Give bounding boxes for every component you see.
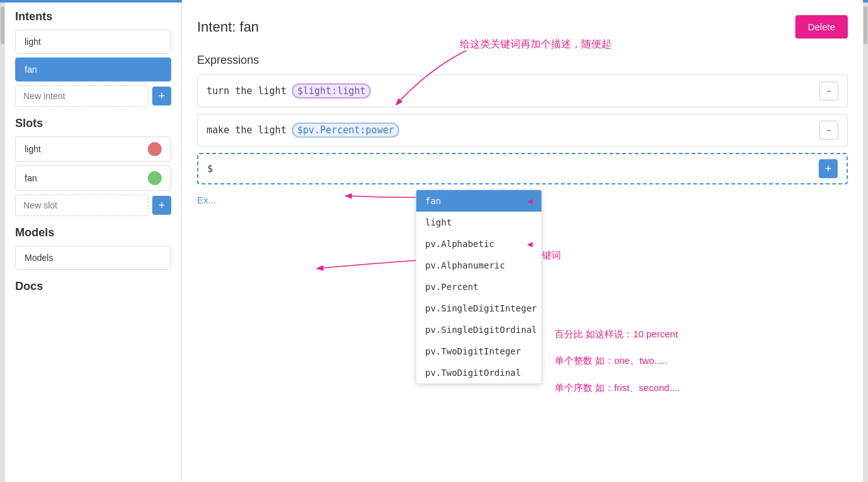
annotation-pv-single-int: 单个整数 如：one、two..... [555, 355, 667, 367]
intents-title: Intents [15, 10, 171, 23]
new-expression-input[interactable] [213, 163, 819, 174]
right-scrollbar-thumb [864, 6, 867, 44]
dropdown-pv-alphanumeric-label: pv.Alphanumeric [425, 260, 505, 270]
expression-1-text: turn the light $light:light [207, 85, 813, 97]
slot-item-fan[interactable]: fan [15, 166, 171, 191]
scrollbar-thumb [1, 6, 4, 44]
dropdown-light-label: light [425, 217, 452, 227]
docs-title: Docs [15, 280, 171, 293]
models-item[interactable]: Models [15, 246, 171, 270]
delete-button[interactable]: Delete [795, 15, 848, 39]
main-content: Intent: fan Delete Expressions turn the … [182, 0, 863, 482]
expr1-highlight: $light:light [292, 83, 370, 99]
sidebar: Intents light fan + Slots light fan + Mo… [5, 0, 182, 482]
expr2-prefix: make the light [207, 124, 292, 136]
left-scrollbar [0, 0, 5, 482]
dropdown-item-pv-alphanumeric[interactable]: pv.Alphanumeric [416, 255, 541, 276]
dropdown-item-pv-percent[interactable]: pv.Percent [416, 276, 541, 298]
expression-row-2: make the light $pv.Percent:power - [197, 114, 848, 147]
new-intent-input[interactable] [15, 85, 148, 107]
new-intent-button[interactable]: + [152, 87, 171, 105]
dropdown-fan-label: fan [425, 196, 441, 206]
dropdown-list: fan ◀ light pv.Alphabetic ◀ pv.Alphanume… [416, 190, 542, 384]
sidebar-item-fan[interactable]: fan [15, 57, 171, 81]
dropdown-pv-percent-label: pv.Percent [425, 282, 478, 292]
expressions-label: Expressions [197, 54, 848, 67]
dropdown-item-fan[interactable]: fan ◀ [416, 190, 541, 212]
slot-fan-label: fan [25, 173, 148, 183]
dropdown-fan-arrow: ◀ [527, 196, 533, 206]
new-intent-row: + [15, 85, 171, 107]
expr1-prefix: turn the light [207, 85, 292, 97]
expr2-highlight: $pv.Percent:power [292, 123, 399, 138]
dropdown-item-light[interactable]: light [416, 212, 541, 233]
dropdown-pv-singledigitordinal-label: pv.SingleDigitOrdinal [425, 325, 537, 335]
sidebar-item-light[interactable]: light [15, 30, 171, 54]
annotation-top: 给这类关键词再加个描述，随便起 [460, 38, 612, 51]
slot-light-dot [148, 142, 162, 156]
new-slot-row: + [15, 195, 171, 216]
dropdown-pv-twodigitinteger-label: pv.TwoDigitInteger [425, 346, 521, 356]
slot-light-label: light [25, 144, 148, 154]
new-expr-dollar: $ [207, 163, 213, 174]
main-title: Intent: fan [197, 19, 259, 35]
main-header: Intent: fan Delete [197, 15, 848, 39]
dropdown-item-pv-singledigitordinal[interactable]: pv.SingleDigitOrdinal [416, 319, 541, 340]
dropdown-pv-twodigitordinal-label: pv.TwoDigitOrdinal [425, 368, 521, 378]
dropdown-alphabetic-arrow: ◀ [527, 239, 533, 249]
annotation-pv-single-ord: 单个序数 如：frist、second.... [555, 382, 680, 394]
remove-expr-1-button[interactable]: - [819, 81, 838, 100]
annotation-pv-percent: 百分比 如这样说：10 percent [555, 328, 678, 340]
dropdown-pv-singledigitinteger-label: pv.SingleDigitInteger [425, 303, 537, 313]
slots-title: Slots [15, 117, 171, 130]
slot-item-light[interactable]: light [15, 136, 171, 162]
add-expression-button[interactable]: + [819, 159, 838, 178]
dropdown-item-pv-alphabetic[interactable]: pv.Alphabetic ◀ [416, 233, 541, 255]
dropdown-item-pv-twodigitinteger[interactable]: pv.TwoDigitInteger [416, 340, 541, 362]
new-slot-input[interactable] [15, 195, 148, 216]
dropdown-pv-alphabetic-label: pv.Alphabetic [425, 239, 495, 249]
right-scrollbar [863, 0, 868, 482]
slot-type-dropdown: fan ◀ light pv.Alphabetic ◀ pv.Alphanume… [416, 190, 542, 384]
new-slot-button[interactable]: + [152, 196, 171, 215]
expression-2-text: make the light $pv.Percent:power [207, 124, 813, 136]
new-expression-row: $ + [197, 153, 848, 184]
expression-row-1: turn the light $light:light - [197, 75, 848, 107]
dropdown-item-pv-singledigitinteger[interactable]: pv.SingleDigitInteger [416, 298, 541, 319]
dropdown-item-pv-twodigitordinal[interactable]: pv.TwoDigitOrdinal [416, 362, 541, 383]
slot-fan-dot [148, 171, 162, 185]
models-title: Models [15, 226, 171, 239]
remove-expr-2-button[interactable]: - [819, 121, 838, 140]
